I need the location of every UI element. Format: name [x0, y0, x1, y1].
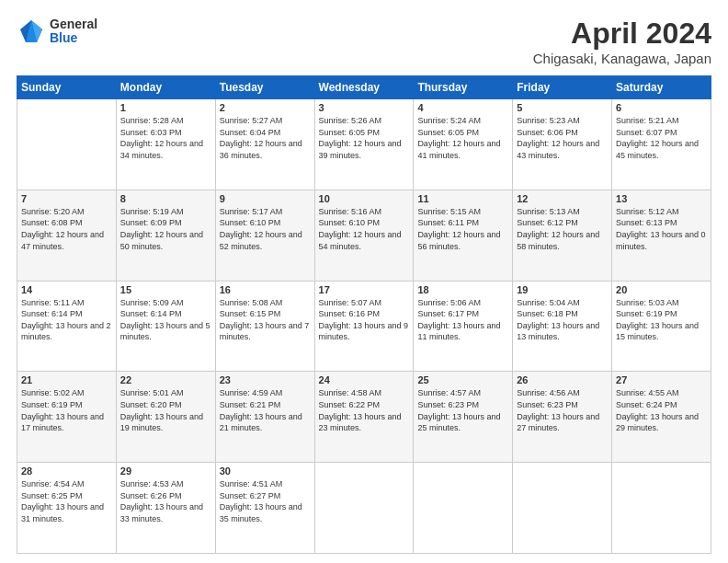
daylight-label: Daylight: 13 hours and 2 minutes. [21, 321, 111, 342]
sunset-label: Sunset: 6:17 PM [417, 309, 479, 318]
logo-general-label: General [50, 17, 97, 31]
day-number: 22 [120, 374, 211, 385]
day-info: Sunrise: 4:56 AM Sunset: 6:23 PM Dayligh… [517, 387, 608, 433]
logo-blue-label: Blue [50, 31, 97, 45]
day-info: Sunrise: 5:01 AM Sunset: 6:20 PM Dayligh… [120, 387, 211, 433]
daylight-label: Daylight: 13 hours and 5 minutes. [120, 321, 210, 342]
daylight-label: Daylight: 13 hours and 33 minutes. [120, 502, 203, 523]
day-info: Sunrise: 5:24 AM Sunset: 6:05 PM Dayligh… [417, 115, 508, 161]
sunset-label: Sunset: 6:09 PM [120, 218, 182, 227]
day-info: Sunrise: 5:12 AM Sunset: 6:13 PM Dayligh… [616, 206, 707, 252]
table-row: 7 Sunrise: 5:20 AM Sunset: 6:08 PM Dayli… [17, 190, 117, 281]
day-number: 26 [517, 374, 608, 385]
table-row [314, 463, 414, 554]
day-info: Sunrise: 4:59 AM Sunset: 6:21 PM Dayligh… [220, 387, 311, 433]
sunrise-label: Sunrise: 5:04 AM [517, 298, 580, 307]
sunset-label: Sunset: 6:14 PM [120, 309, 182, 318]
day-number: 30 [220, 465, 311, 477]
table-row: 12 Sunrise: 5:13 AM Sunset: 6:12 PM Dayl… [513, 190, 612, 281]
daylight-label: Daylight: 12 hours and 52 minutes. [220, 230, 302, 251]
day-info: Sunrise: 5:04 AM Sunset: 6:18 PM Dayligh… [517, 297, 608, 343]
sunrise-label: Sunrise: 5:02 AM [21, 388, 85, 397]
sunrise-label: Sunrise: 5:13 AM [517, 207, 580, 216]
sunset-label: Sunset: 6:04 PM [220, 128, 281, 137]
table-row: 4 Sunrise: 5:24 AM Sunset: 6:05 PM Dayli… [414, 99, 513, 190]
day-info: Sunrise: 5:06 AM Sunset: 6:17 PM Dayligh… [417, 297, 508, 343]
sunset-label: Sunset: 6:18 PM [517, 309, 578, 318]
daylight-label: Daylight: 13 hours and 11 minutes. [417, 321, 500, 342]
day-info: Sunrise: 4:55 AM Sunset: 6:24 PM Dayligh… [616, 387, 707, 433]
day-number: 5 [517, 102, 608, 113]
day-info: Sunrise: 5:09 AM Sunset: 6:14 PM Dayligh… [120, 297, 211, 343]
day-info: Sunrise: 5:07 AM Sunset: 6:16 PM Dayligh… [319, 297, 410, 343]
daylight-label: Daylight: 13 hours and 9 minutes. [319, 321, 409, 342]
header-row: Sunday Monday Tuesday Wednesday Thursday… [17, 76, 711, 99]
table-row: 27 Sunrise: 4:55 AM Sunset: 6:24 PM Dayl… [612, 372, 711, 463]
sunset-label: Sunset: 6:21 PM [220, 400, 281, 409]
table-row: 8 Sunrise: 5:19 AM Sunset: 6:09 PM Dayli… [116, 190, 215, 281]
sunrise-label: Sunrise: 4:55 AM [616, 388, 679, 397]
day-number: 21 [21, 374, 112, 385]
sunrise-label: Sunrise: 5:27 AM [220, 116, 283, 125]
day-number: 16 [220, 284, 311, 295]
day-info: Sunrise: 5:13 AM Sunset: 6:12 PM Dayligh… [517, 206, 608, 252]
sunset-label: Sunset: 6:12 PM [517, 218, 578, 227]
sunset-label: Sunset: 6:27 PM [220, 491, 281, 500]
sunrise-label: Sunrise: 5:06 AM [417, 298, 481, 307]
table-row: 22 Sunrise: 5:01 AM Sunset: 6:20 PM Dayl… [116, 372, 215, 463]
day-info: Sunrise: 5:21 AM Sunset: 6:07 PM Dayligh… [616, 115, 707, 161]
day-number: 13 [616, 193, 707, 204]
sunset-label: Sunset: 6:16 PM [319, 309, 381, 318]
daylight-label: Daylight: 13 hours and 21 minutes. [220, 412, 302, 433]
day-number: 7 [21, 193, 112, 204]
calendar-week-row: 14 Sunrise: 5:11 AM Sunset: 6:14 PM Dayl… [17, 281, 711, 372]
sunrise-label: Sunrise: 4:51 AM [220, 479, 283, 488]
day-number: 23 [220, 374, 311, 385]
daylight-label: Daylight: 12 hours and 36 minutes. [220, 139, 302, 160]
sunset-label: Sunset: 6:07 PM [616, 128, 677, 137]
header: General Blue April 2024 Chigasaki, Kanag… [17, 17, 711, 66]
sunset-label: Sunset: 6:05 PM [319, 128, 381, 137]
day-number: 25 [417, 374, 508, 385]
daylight-label: Daylight: 13 hours and 31 minutes. [21, 502, 104, 523]
col-tuesday: Tuesday [215, 76, 314, 99]
day-info: Sunrise: 5:11 AM Sunset: 6:14 PM Dayligh… [21, 297, 112, 343]
sunrise-label: Sunrise: 4:58 AM [319, 388, 382, 397]
sunset-label: Sunset: 6:03 PM [120, 128, 182, 137]
day-number: 4 [417, 102, 508, 113]
table-row: 5 Sunrise: 5:23 AM Sunset: 6:06 PM Dayli… [513, 99, 612, 190]
calendar-week-row: 28 Sunrise: 4:54 AM Sunset: 6:25 PM Dayl… [17, 463, 711, 554]
day-number: 28 [21, 465, 112, 477]
sunrise-label: Sunrise: 5:24 AM [417, 116, 481, 125]
table-row: 11 Sunrise: 5:15 AM Sunset: 6:11 PM Dayl… [414, 190, 513, 281]
sunrise-label: Sunrise: 4:54 AM [21, 479, 85, 488]
table-row: 17 Sunrise: 5:07 AM Sunset: 6:16 PM Dayl… [314, 281, 414, 372]
day-number: 14 [21, 284, 112, 295]
table-row: 21 Sunrise: 5:02 AM Sunset: 6:19 PM Dayl… [17, 372, 117, 463]
sunrise-label: Sunrise: 5:12 AM [616, 207, 679, 216]
table-row: 16 Sunrise: 5:08 AM Sunset: 6:15 PM Dayl… [215, 281, 314, 372]
day-number: 15 [120, 284, 211, 295]
table-row: 1 Sunrise: 5:28 AM Sunset: 6:03 PM Dayli… [116, 99, 215, 190]
sunset-label: Sunset: 6:13 PM [616, 218, 677, 227]
sunrise-label: Sunrise: 5:23 AM [517, 116, 580, 125]
day-info: Sunrise: 4:51 AM Sunset: 6:27 PM Dayligh… [220, 478, 311, 524]
day-info: Sunrise: 5:02 AM Sunset: 6:19 PM Dayligh… [21, 387, 112, 433]
sunrise-label: Sunrise: 4:53 AM [120, 479, 184, 488]
sunrise-label: Sunrise: 5:15 AM [417, 207, 481, 216]
sunrise-label: Sunrise: 5:26 AM [319, 116, 382, 125]
table-row: 18 Sunrise: 5:06 AM Sunset: 6:17 PM Dayl… [414, 281, 513, 372]
day-info: Sunrise: 4:53 AM Sunset: 6:26 PM Dayligh… [120, 478, 211, 524]
daylight-label: Daylight: 12 hours and 56 minutes. [417, 230, 500, 251]
sunset-label: Sunset: 6:22 PM [319, 400, 381, 409]
daylight-label: Daylight: 13 hours and 17 minutes. [21, 412, 104, 433]
daylight-label: Daylight: 12 hours and 43 minutes. [517, 139, 599, 160]
sunrise-label: Sunrise: 5:16 AM [319, 207, 382, 216]
day-info: Sunrise: 5:17 AM Sunset: 6:10 PM Dayligh… [220, 206, 311, 252]
calendar-week-row: 1 Sunrise: 5:28 AM Sunset: 6:03 PM Dayli… [17, 99, 711, 190]
daylight-label: Daylight: 13 hours and 13 minutes. [517, 321, 599, 342]
daylight-label: Daylight: 12 hours and 54 minutes. [319, 230, 402, 251]
day-info: Sunrise: 5:08 AM Sunset: 6:15 PM Dayligh… [220, 297, 311, 343]
table-row: 23 Sunrise: 4:59 AM Sunset: 6:21 PM Dayl… [215, 372, 314, 463]
sunset-label: Sunset: 6:26 PM [120, 491, 182, 500]
